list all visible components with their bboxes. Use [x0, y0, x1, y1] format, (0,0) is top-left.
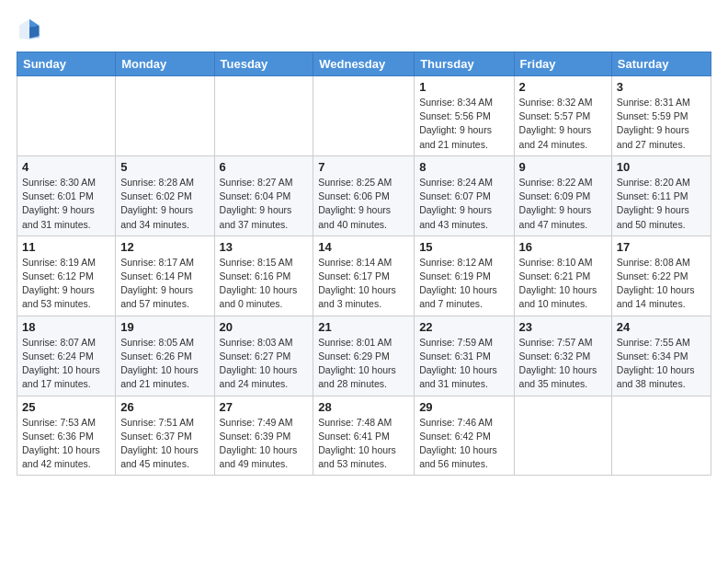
calendar-cell: 13Sunrise: 8:15 AM Sunset: 6:16 PM Dayli… [214, 236, 313, 316]
day-number: 17 [617, 240, 706, 254]
svg-marker-2 [29, 19, 40, 27]
calendar-week-1: 1Sunrise: 8:34 AM Sunset: 5:56 PM Daylig… [17, 76, 711, 156]
calendar-cell: 18Sunrise: 8:07 AM Sunset: 6:24 PM Dayli… [17, 316, 116, 396]
calendar-cell: 28Sunrise: 7:48 AM Sunset: 6:41 PM Dayli… [313, 396, 415, 476]
day-number: 11 [22, 240, 110, 254]
logo-icon [17, 17, 42, 42]
calendar-cell: 19Sunrise: 8:05 AM Sunset: 6:26 PM Dayli… [116, 316, 214, 396]
day-number: 19 [120, 320, 209, 334]
day-header-friday: Friday [514, 52, 611, 76]
day-number: 10 [617, 160, 706, 174]
day-info: Sunrise: 8:32 AM Sunset: 5:57 PM Dayligh… [519, 96, 607, 152]
calendar-cell: 22Sunrise: 7:59 AM Sunset: 6:31 PM Dayli… [415, 316, 514, 396]
day-number: 27 [220, 400, 309, 414]
day-info: Sunrise: 7:55 AM Sunset: 6:34 PM Dayligh… [617, 336, 706, 392]
day-info: Sunrise: 8:14 AM Sunset: 6:17 PM Dayligh… [318, 256, 409, 312]
calendar-cell [116, 76, 214, 156]
day-info: Sunrise: 8:25 AM Sunset: 6:06 PM Dayligh… [318, 176, 409, 232]
day-number: 23 [519, 320, 607, 334]
day-number: 5 [120, 160, 209, 174]
day-info: Sunrise: 8:30 AM Sunset: 6:01 PM Dayligh… [22, 176, 110, 232]
calendar: SundayMondayTuesdayWednesdayThursdayFrid… [17, 52, 711, 476]
day-number: 24 [617, 320, 706, 334]
day-number: 18 [22, 320, 110, 334]
day-info: Sunrise: 8:07 AM Sunset: 6:24 PM Dayligh… [22, 336, 110, 392]
calendar-cell: 6Sunrise: 8:27 AM Sunset: 6:04 PM Daylig… [214, 155, 313, 236]
calendar-cell [313, 76, 415, 156]
calendar-cell: 15Sunrise: 8:12 AM Sunset: 6:19 PM Dayli… [415, 236, 514, 316]
calendar-cell: 3Sunrise: 8:31 AM Sunset: 5:59 PM Daylig… [611, 76, 711, 156]
day-info: Sunrise: 8:03 AM Sunset: 6:27 PM Dayligh… [220, 336, 309, 392]
calendar-cell: 27Sunrise: 7:49 AM Sunset: 6:39 PM Dayli… [214, 396, 313, 476]
day-number: 16 [519, 240, 607, 254]
day-info: Sunrise: 7:59 AM Sunset: 6:31 PM Dayligh… [419, 336, 508, 392]
day-info: Sunrise: 8:34 AM Sunset: 5:56 PM Dayligh… [419, 96, 508, 152]
day-header-sunday: Sunday [17, 52, 116, 76]
calendar-cell: 12Sunrise: 8:17 AM Sunset: 6:14 PM Dayli… [116, 236, 214, 316]
calendar-cell: 20Sunrise: 8:03 AM Sunset: 6:27 PM Dayli… [214, 316, 313, 396]
day-number: 29 [419, 400, 508, 414]
day-info: Sunrise: 8:20 AM Sunset: 6:11 PM Dayligh… [617, 176, 706, 232]
day-number: 6 [220, 160, 309, 174]
calendar-week-4: 18Sunrise: 8:07 AM Sunset: 6:24 PM Dayli… [17, 316, 711, 396]
calendar-cell: 9Sunrise: 8:22 AM Sunset: 6:09 PM Daylig… [514, 155, 611, 236]
day-info: Sunrise: 8:28 AM Sunset: 6:02 PM Dayligh… [120, 176, 209, 232]
day-number: 3 [617, 80, 706, 94]
day-number: 4 [22, 160, 110, 174]
calendar-cell [514, 396, 611, 476]
calendar-cell: 5Sunrise: 8:28 AM Sunset: 6:02 PM Daylig… [116, 155, 214, 236]
calendar-cell: 17Sunrise: 8:08 AM Sunset: 6:22 PM Dayli… [611, 236, 711, 316]
day-number: 9 [519, 160, 607, 174]
calendar-week-3: 11Sunrise: 8:19 AM Sunset: 6:12 PM Dayli… [17, 236, 711, 316]
day-header-thursday: Thursday [415, 52, 514, 76]
day-number: 15 [419, 240, 508, 254]
calendar-cell: 10Sunrise: 8:20 AM Sunset: 6:11 PM Dayli… [611, 155, 711, 236]
day-number: 14 [318, 240, 409, 254]
day-info: Sunrise: 7:57 AM Sunset: 6:32 PM Dayligh… [519, 336, 607, 392]
day-info: Sunrise: 8:31 AM Sunset: 5:59 PM Dayligh… [617, 96, 706, 152]
calendar-cell: 29Sunrise: 7:46 AM Sunset: 6:42 PM Dayli… [415, 396, 514, 476]
day-number: 21 [318, 320, 409, 334]
day-info: Sunrise: 7:48 AM Sunset: 6:41 PM Dayligh… [318, 416, 409, 472]
page: SundayMondayTuesdayWednesdayThursdayFrid… [0, 0, 728, 487]
calendar-cell: 4Sunrise: 8:30 AM Sunset: 6:01 PM Daylig… [17, 155, 116, 236]
day-header-monday: Monday [116, 52, 214, 76]
day-number: 2 [519, 80, 607, 94]
calendar-cell: 23Sunrise: 7:57 AM Sunset: 6:32 PM Dayli… [514, 316, 611, 396]
day-info: Sunrise: 8:17 AM Sunset: 6:14 PM Dayligh… [120, 256, 209, 312]
day-info: Sunrise: 8:22 AM Sunset: 6:09 PM Dayligh… [519, 176, 607, 232]
calendar-cell [611, 396, 711, 476]
day-number: 22 [419, 320, 508, 334]
day-header-saturday: Saturday [611, 52, 711, 76]
calendar-cell: 25Sunrise: 7:53 AM Sunset: 6:36 PM Dayli… [17, 396, 116, 476]
day-info: Sunrise: 8:27 AM Sunset: 6:04 PM Dayligh… [220, 176, 309, 232]
day-header-wednesday: Wednesday [313, 52, 415, 76]
day-info: Sunrise: 8:10 AM Sunset: 6:21 PM Dayligh… [519, 256, 607, 312]
calendar-cell: 26Sunrise: 7:51 AM Sunset: 6:37 PM Dayli… [116, 396, 214, 476]
day-number: 12 [120, 240, 209, 254]
calendar-cell: 11Sunrise: 8:19 AM Sunset: 6:12 PM Dayli… [17, 236, 116, 316]
day-number: 13 [220, 240, 309, 254]
calendar-cell: 8Sunrise: 8:24 AM Sunset: 6:07 PM Daylig… [415, 155, 514, 236]
day-info: Sunrise: 8:01 AM Sunset: 6:29 PM Dayligh… [318, 336, 409, 392]
day-number: 7 [318, 160, 409, 174]
calendar-cell: 2Sunrise: 8:32 AM Sunset: 5:57 PM Daylig… [514, 76, 611, 156]
day-number: 26 [120, 400, 209, 414]
day-info: Sunrise: 7:53 AM Sunset: 6:36 PM Dayligh… [22, 416, 110, 472]
calendar-cell: 24Sunrise: 7:55 AM Sunset: 6:34 PM Dayli… [611, 316, 711, 396]
header [17, 17, 711, 42]
day-number: 20 [220, 320, 309, 334]
calendar-cell [17, 76, 116, 156]
calendar-week-5: 25Sunrise: 7:53 AM Sunset: 6:36 PM Dayli… [17, 396, 711, 476]
calendar-cell: 1Sunrise: 8:34 AM Sunset: 5:56 PM Daylig… [415, 76, 514, 156]
calendar-week-2: 4Sunrise: 8:30 AM Sunset: 6:01 PM Daylig… [17, 155, 711, 236]
day-info: Sunrise: 8:19 AM Sunset: 6:12 PM Dayligh… [22, 256, 110, 312]
day-info: Sunrise: 7:51 AM Sunset: 6:37 PM Dayligh… [120, 416, 209, 472]
day-header-tuesday: Tuesday [214, 52, 313, 76]
calendar-cell: 7Sunrise: 8:25 AM Sunset: 6:06 PM Daylig… [313, 155, 415, 236]
logo [17, 17, 46, 42]
day-number: 28 [318, 400, 409, 414]
calendar-cell [214, 76, 313, 156]
calendar-cell: 16Sunrise: 8:10 AM Sunset: 6:21 PM Dayli… [514, 236, 611, 316]
day-info: Sunrise: 8:15 AM Sunset: 6:16 PM Dayligh… [220, 256, 309, 312]
